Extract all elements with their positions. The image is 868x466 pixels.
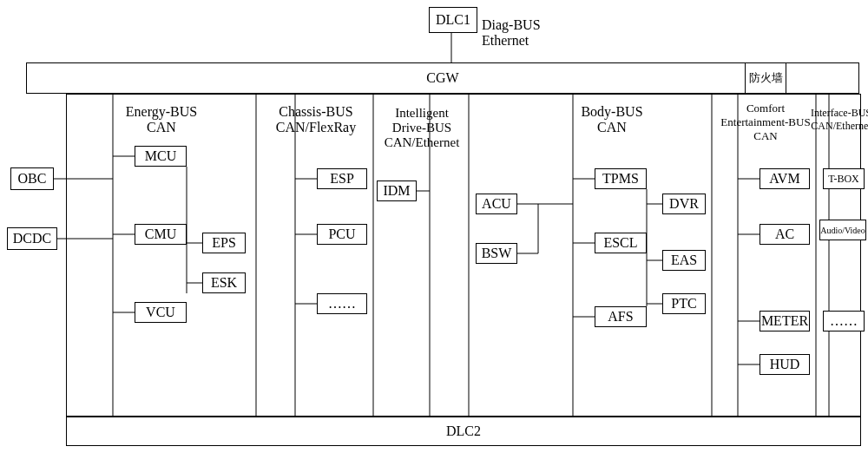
dlc2-bar: DLC2 bbox=[66, 417, 861, 446]
node-bsw: BSW bbox=[476, 243, 517, 264]
node-hud: HUD bbox=[760, 354, 810, 375]
node-eps: EPS bbox=[202, 233, 246, 253]
col-title-idrive: Intelligent Drive-BUS CAN/Ethernet bbox=[377, 101, 467, 154]
node-pcu: PCU bbox=[317, 224, 367, 245]
node-cmu: CMU bbox=[135, 224, 187, 245]
col-title-chassis: Chassis-BUS CAN/FlexRay bbox=[260, 101, 372, 139]
node-escl: ESCL bbox=[595, 233, 647, 253]
node-idm: IDM bbox=[377, 180, 417, 201]
node-meter: METER bbox=[760, 311, 810, 331]
dlc2-label: DLC2 bbox=[446, 423, 481, 439]
col-title-energy: Energy-BUS CAN bbox=[75, 101, 248, 139]
column-separators bbox=[0, 0, 868, 466]
node-dcdc: DCDC bbox=[7, 227, 57, 250]
node-esp: ESP bbox=[317, 168, 367, 189]
node-vcu: VCU bbox=[135, 302, 187, 323]
node-esk: ESK bbox=[202, 272, 246, 293]
node-chassis-more: …… bbox=[317, 293, 367, 314]
node-obc: OBC bbox=[10, 167, 54, 190]
node-tpms: TPMS bbox=[595, 168, 647, 189]
node-ac: AC bbox=[760, 224, 810, 245]
node-avm: AVM bbox=[760, 168, 810, 189]
col-title-interface: Interface-BUS CAN/Ethernet bbox=[818, 101, 865, 139]
col-title-body: Body-BUS CAN bbox=[521, 101, 703, 139]
node-mcu: MCU bbox=[135, 146, 187, 167]
node-tbox: T-BOX bbox=[823, 168, 865, 189]
node-acu: ACU bbox=[476, 194, 517, 214]
node-afs: AFS bbox=[595, 306, 647, 327]
node-dvr: DVR bbox=[662, 194, 706, 214]
node-av: Audio/Video bbox=[819, 220, 866, 240]
node-interface-more: …… bbox=[823, 311, 865, 331]
node-eas: EAS bbox=[662, 250, 706, 271]
node-ptc: PTC bbox=[662, 293, 706, 314]
col-title-comfort: Comfort Entertainment-BUS CAN bbox=[715, 97, 816, 148]
